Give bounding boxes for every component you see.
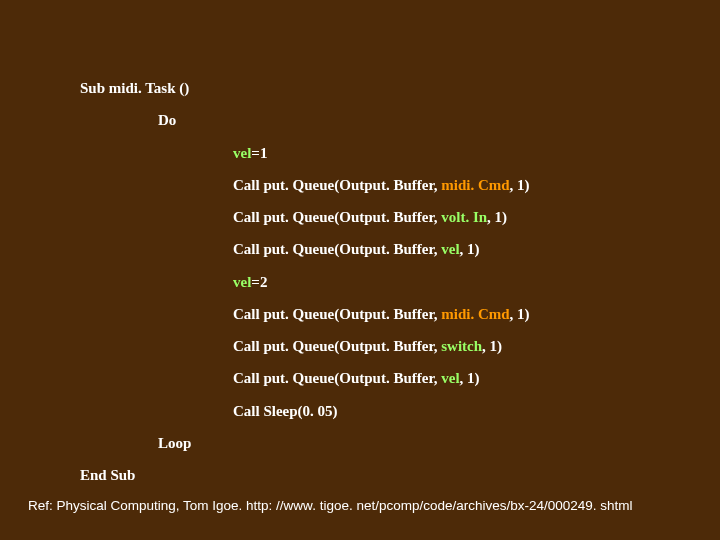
slide: Sub midi. Task () Do vel=1 Call put. Que… xyxy=(0,0,720,540)
code-line-sub: Sub midi. Task () xyxy=(80,80,680,97)
code-text: Call put. Queue(Output. Buffer, xyxy=(233,306,441,322)
code-text: Call put. Queue(Output. Buffer, xyxy=(233,370,441,386)
code-var: vel xyxy=(233,145,251,161)
code-arg: vel xyxy=(441,370,459,386)
code-text: End Sub xyxy=(80,467,135,483)
code-line-loop: Loop xyxy=(80,435,680,452)
code-line-call6: Call put. Queue(Output. Buffer, vel, 1) xyxy=(80,370,680,387)
code-text: , 1) xyxy=(487,209,507,225)
code-text: , 1) xyxy=(482,338,502,354)
code-line-vel2: vel=2 xyxy=(80,274,680,291)
code-var: vel xyxy=(233,274,251,290)
code-arg: volt. In xyxy=(441,209,487,225)
code-text: =1 xyxy=(251,145,267,161)
code-line-call5: Call put. Queue(Output. Buffer, switch, … xyxy=(80,338,680,355)
code-line-endsub: End Sub xyxy=(80,467,680,484)
code-line-sleep: Call Sleep(0. 05) xyxy=(80,403,680,420)
code-text: Do xyxy=(158,112,176,128)
code-text: Call put. Queue(Output. Buffer, xyxy=(233,209,441,225)
code-text: , 1) xyxy=(510,306,530,322)
code-line-call3: Call put. Queue(Output. Buffer, vel, 1) xyxy=(80,241,680,258)
code-text: , 1) xyxy=(460,241,480,257)
code-text: , 1) xyxy=(510,177,530,193)
code-line-vel1: vel=1 xyxy=(80,145,680,162)
code-line-call1: Call put. Queue(Output. Buffer, midi. Cm… xyxy=(80,177,680,194)
code-text: Sub midi. Task () xyxy=(80,80,189,96)
code-text: Call put. Queue(Output. Buffer, xyxy=(233,177,441,193)
code-arg: vel xyxy=(441,241,459,257)
code-arg: switch xyxy=(441,338,482,354)
code-text: Call Sleep(0. 05) xyxy=(233,403,338,419)
code-block: Sub midi. Task () Do vel=1 Call put. Que… xyxy=(80,80,680,499)
code-arg: midi. Cmd xyxy=(441,306,509,322)
code-line-call4: Call put. Queue(Output. Buffer, midi. Cm… xyxy=(80,306,680,323)
code-arg: midi. Cmd xyxy=(441,177,509,193)
code-text: Call put. Queue(Output. Buffer, xyxy=(233,241,441,257)
code-line-call2: Call put. Queue(Output. Buffer, volt. In… xyxy=(80,209,680,226)
footer-text: Ref: Physical Computing, Tom Igoe. http:… xyxy=(28,498,633,513)
code-line-do: Do xyxy=(80,112,680,129)
code-text: Loop xyxy=(158,435,191,451)
code-text: , 1) xyxy=(460,370,480,386)
code-text: Call put. Queue(Output. Buffer, xyxy=(233,338,441,354)
code-text: =2 xyxy=(251,274,267,290)
footer-reference: Ref: Physical Computing, Tom Igoe. http:… xyxy=(28,498,633,513)
